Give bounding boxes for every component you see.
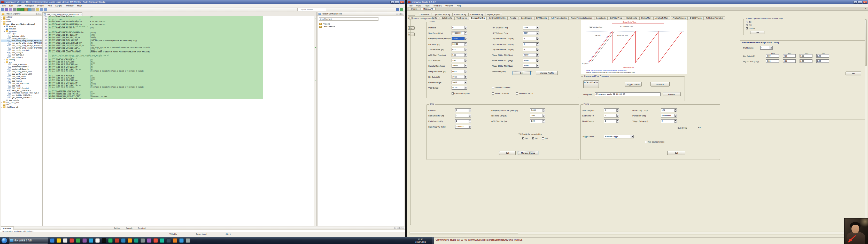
tree-item[interactable]: ▸ clusteringDBscan.c: [1, 66, 42, 68]
expand-arrow-icon[interactable]: ▸: [6, 68, 8, 70]
tree-item[interactable]: ▸ can: [1, 18, 42, 21]
maximize-view-icon[interactable]: [402, 227, 404, 229]
clear-console-icon[interactable]: [394, 227, 396, 229]
tree-item[interactable]: ▸ sbl: [1, 103, 42, 106]
tree-item[interactable]: ▸ Includes: [1, 28, 42, 30]
retain-tx-cal-lut-checkbox[interactable]: RetainTxCalLUT: [492, 92, 509, 94]
chevron-down-icon[interactable]: [536, 31, 538, 35]
numeric-input[interactable]: 0: [455, 119, 471, 123]
numeric-input[interactable]: 40.000000: [661, 114, 677, 118]
spinner-buttons[interactable]: [536, 37, 538, 40]
debug-bug-icon[interactable]: [17, 8, 20, 11]
tree-item[interactable]: ▸ EKF_XYZ_Consts.h: [1, 87, 42, 89]
tab-terminal[interactable]: Terminal: [135, 226, 148, 230]
tx-enable-checkbox[interactable]: TX2: [542, 137, 549, 140]
numeric-input[interactable]: 0.00: [530, 114, 545, 118]
expand-arrow-icon[interactable]: ▸: [6, 49, 8, 51]
mdi-tab[interactable]: Output: [408, 7, 420, 10]
spinner-buttons[interactable]: [542, 109, 545, 112]
maximize-button[interactable]: □: [858, 1, 862, 4]
dig-ph-rx1-input[interactable]: 0.00: [783, 59, 796, 63]
taskbar-app-icon[interactable]: [160, 238, 164, 243]
expand-arrow-icon[interactable]: ▸: [6, 97, 8, 98]
tree-item[interactable]: ▸ dss_data_path.c: [1, 75, 42, 78]
tree-item[interactable]: ▾ common: [1, 30, 42, 32]
tree-item[interactable]: ▸ mrr_config_chirp_design_MRR80.h: [1, 42, 42, 44]
menu-item[interactable]: File: [0, 4, 7, 7]
tree-item[interactable]: ▸ dss_mrr.h: [1, 85, 42, 87]
spinner-buttons[interactable]: [464, 42, 467, 46]
taskbar-app-icon[interactable]: [69, 238, 74, 243]
numeric-input[interactable]: 256: [452, 59, 467, 62]
numeric-input[interactable]: 0: [455, 109, 471, 112]
tree-item[interactable]: ▸ mrr_config.h: [1, 51, 42, 54]
frame-set-button[interactable]: Set: [667, 151, 685, 155]
tree-item[interactable]: ▸ mrr_18xx_mss: [1, 101, 42, 103]
spinner-buttons[interactable]: [469, 125, 471, 128]
tree-item[interactable]: dss_mrr_linker.cmd: [1, 82, 42, 85]
taskbar-window-button[interactable]: 毫米波雷达学员群: [9, 238, 48, 243]
rf-gain-target-dropdown[interactable]: 30dB: [452, 81, 467, 84]
expand-arrow-icon[interactable]: ▸: [6, 87, 8, 89]
expand-arrow-icon[interactable]: ▸: [6, 85, 8, 87]
numeric-input[interactable]: 29.982: [452, 37, 467, 40]
view-menu-icon[interactable]: [401, 13, 403, 15]
dump-file-input[interactable]: C:\mmwave_studio_02_00_00_02: [595, 92, 660, 96]
taskbar-app-icon[interactable]: [166, 238, 171, 243]
menu-item[interactable]: Help: [455, 4, 463, 7]
menu-item[interactable]: ToolBars: [431, 4, 443, 7]
view-menu-icon[interactable]: [39, 13, 41, 15]
force-vco-checkbox[interactable]: Force VCO Select: [492, 87, 510, 89]
ccs-titlebar[interactable]: workspace_v9 - mrr_18xx_dss/common/mrr_c…: [0, 0, 405, 4]
numeric-input[interactable]: 0: [604, 114, 619, 118]
collapse-all-icon[interactable]: [399, 13, 401, 15]
menu-item[interactable]: Scripts: [54, 4, 64, 7]
new-project-icon[interactable]: [24, 8, 28, 11]
collapse-all-icon[interactable]: [36, 13, 38, 15]
tree-item[interactable]: ▸ dss_config_edma_util.h: [1, 73, 42, 75]
tree-item[interactable]: ▸ detected_obj.h: [1, 35, 42, 37]
expand-arrow-icon[interactable]: ▸: [6, 45, 8, 46]
power-save-checkbox[interactable]: TX: [746, 21, 755, 23]
spinner-buttons[interactable]: [536, 54, 538, 57]
open-element-icon[interactable]: [32, 8, 35, 11]
spinner-buttons[interactable]: [464, 48, 467, 51]
spinner-buttons[interactable]: [469, 114, 471, 117]
expand-arrow-icon[interactable]: ▸: [4, 59, 5, 60]
expand-arrow-icon[interactable]: ▸: [1, 16, 3, 18]
expand-arrow-icon[interactable]: ▸: [6, 33, 8, 34]
tree-item[interactable]: ▾ src: [1, 61, 42, 63]
taskbar-app-icon[interactable]: [153, 238, 158, 243]
tree-item[interactable]: ▸ mrr_defines.h: [1, 54, 42, 56]
new-file-icon[interactable]: [1, 8, 4, 11]
taskbar-app-icon[interactable]: [121, 238, 126, 243]
tab-advice[interactable]: Advice: [112, 226, 122, 230]
tree-item[interactable]: ▸ Binaries: [1, 25, 42, 28]
spinner-buttons[interactable]: [464, 59, 467, 62]
chevron-down-icon[interactable]: [464, 81, 467, 84]
tab-search[interactable]: Search: [124, 226, 134, 230]
taskbar-app-icon[interactable]: [83, 238, 87, 243]
power-save-checkbox[interactable]: LO Dist: [746, 27, 755, 29]
expand-arrow-icon[interactable]: ▸: [4, 26, 5, 27]
chevron-down-icon[interactable]: [630, 135, 633, 138]
target-config-item[interactable]: User Defined: [319, 25, 403, 28]
dig-gain-rx1-input[interactable]: 0.00: [783, 54, 796, 58]
tree-item[interactable]: ▸ dss_main.c: [1, 80, 42, 82]
expand-arrow-icon[interactable]: ▸: [6, 92, 8, 94]
expand-arrow-icon[interactable]: ▸: [1, 19, 3, 20]
numeric-input[interactable]: 0.00: [452, 48, 467, 51]
taskbar-app-icon[interactable]: [115, 238, 119, 243]
numeric-input[interactable]: 128: [661, 109, 677, 112]
minimize-view-icon[interactable]: [399, 227, 401, 229]
numeric-input[interactable]: 0: [523, 42, 539, 46]
taskbar-app-icon[interactable]: [147, 238, 151, 243]
spinner-buttons[interactable]: [536, 59, 538, 62]
tree-item[interactable]: ▸ EKF_XYZ_Interface.h: [1, 89, 42, 92]
numeric-input[interactable]: 0: [455, 114, 471, 118]
postproc-button[interactable]: PostProc: [650, 82, 670, 87]
inter-rx-set-button[interactable]: Set: [845, 71, 861, 75]
tree-item[interactable]: ▸ vitalSigns_lab: [1, 106, 42, 108]
menu-item[interactable]: Window: [443, 4, 455, 7]
numeric-input[interactable]: 8: [604, 119, 619, 123]
